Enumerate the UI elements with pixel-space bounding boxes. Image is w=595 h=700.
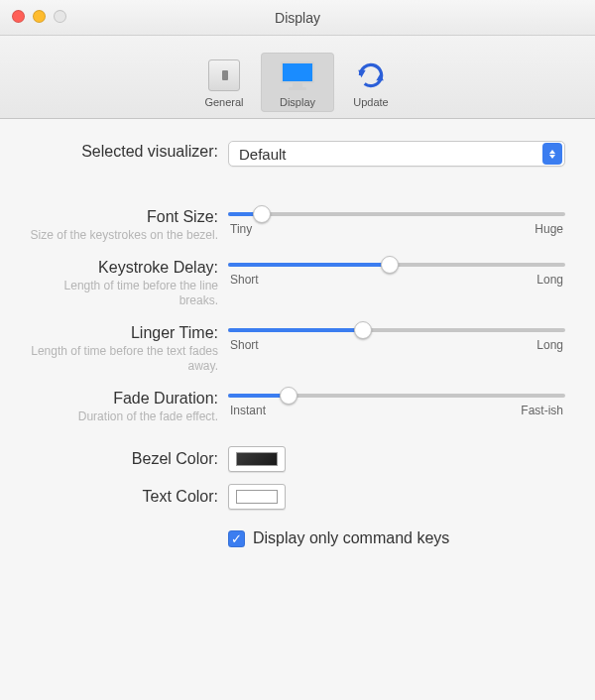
slider-max-label: Long [536, 338, 563, 352]
checkmark-icon: ✓ [231, 532, 242, 545]
slider-max-label: Long [536, 273, 563, 287]
slider-thumb[interactable] [253, 205, 271, 223]
slider-max-label: Fast-ish [521, 404, 563, 417]
chevron-updown-icon [542, 143, 562, 165]
visualizer-select[interactable]: Default [228, 141, 565, 167]
tab-label: General [204, 96, 243, 108]
slider-max-label: Huge [535, 222, 563, 236]
minimize-icon[interactable] [33, 10, 46, 23]
linger-time-slider[interactable] [228, 328, 565, 332]
linger-time-hint: Length of time before the text fades awa… [30, 344, 218, 374]
tab-general[interactable]: General [187, 53, 261, 112]
keystroke-delay-slider[interactable] [228, 263, 565, 267]
slider-thumb[interactable] [354, 321, 372, 339]
bezel-color-well[interactable] [228, 446, 286, 472]
slider-thumb[interactable] [280, 387, 298, 405]
font-size-row: Font Size: Size of the keystrokes on the… [30, 206, 565, 243]
fade-duration-slider[interactable] [228, 394, 565, 398]
fade-duration-hint: Duration of the fade effect. [30, 409, 218, 424]
tab-display[interactable]: Display [261, 53, 334, 112]
text-color-swatch [236, 490, 278, 504]
tab-update[interactable]: Update [334, 53, 408, 112]
text-color-label: Text Color: [30, 488, 218, 506]
visualizer-row: Selected visualizer: Default [30, 141, 565, 167]
text-color-row: Text Color: [30, 484, 565, 510]
bezel-color-swatch [236, 452, 278, 466]
content-area: Selected visualizer: Default Font Size: … [0, 119, 595, 700]
fade-duration-label: Fade Duration: [30, 390, 218, 408]
slider-thumb[interactable] [381, 256, 399, 274]
window-title: Display [275, 10, 320, 26]
bezel-color-row: Bezel Color: [30, 446, 565, 472]
preferences-window: Display General Display Update [0, 0, 595, 700]
display-command-keys-label: Display only command keys [253, 529, 449, 547]
close-icon[interactable] [12, 10, 25, 23]
tab-label: Update [353, 96, 388, 108]
zoom-icon[interactable] [54, 10, 66, 23]
slider-fill [228, 263, 390, 267]
slider-fill [228, 328, 363, 332]
linger-time-label: Linger Time: [30, 324, 218, 342]
linger-time-row: Linger Time: Length of time before the t… [30, 322, 565, 374]
keystroke-delay-row: Keystroke Delay: Length of time before t… [30, 257, 565, 308]
bezel-color-label: Bezel Color: [30, 450, 218, 468]
command-keys-row: ✓ Display only command keys [30, 529, 565, 547]
keystroke-delay-label: Keystroke Delay: [30, 259, 218, 277]
titlebar: Display [0, 0, 595, 36]
font-size-slider[interactable] [228, 212, 565, 216]
display-command-keys-checkbox[interactable]: ✓ [228, 530, 245, 547]
keystroke-delay-hint: Length of time before the line breaks. [30, 279, 218, 308]
text-color-well[interactable] [228, 484, 286, 510]
visualizer-label: Selected visualizer: [30, 143, 218, 161]
slider-min-label: Tiny [230, 222, 252, 236]
fade-duration-row: Fade Duration: Duration of the fade effe… [30, 388, 565, 424]
switch-icon [207, 58, 241, 92]
monitor-icon [281, 58, 314, 92]
visualizer-value: Default [239, 146, 287, 163]
slider-min-label: Instant [230, 404, 266, 417]
toolbar: General Display Update [0, 36, 595, 119]
font-size-label: Font Size: [30, 208, 218, 226]
font-size-hint: Size of the keystrokes on the bezel. [30, 228, 218, 243]
traffic-lights [12, 10, 66, 23]
slider-min-label: Short [230, 338, 259, 352]
tab-label: Display [280, 96, 315, 108]
slider-min-label: Short [230, 273, 259, 287]
refresh-icon [354, 58, 388, 92]
